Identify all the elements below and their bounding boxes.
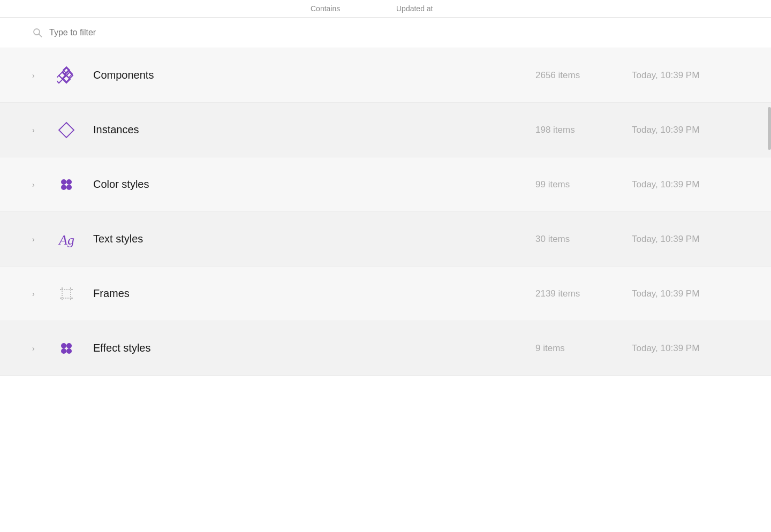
item-name-color-styles: Color styles <box>93 178 535 191</box>
list-item-text-styles[interactable]: › Ag Text styles 30 items Today, 10:39 P… <box>0 212 771 267</box>
search-input[interactable] <box>49 28 263 37</box>
textstyles-icon: Ag <box>55 227 78 251</box>
search-icon <box>32 27 43 38</box>
svg-point-11 <box>61 179 66 185</box>
item-name-components: Components <box>93 69 535 81</box>
svg-point-28 <box>66 348 72 354</box>
item-count-components: 2656 items <box>535 70 621 81</box>
chevron-right-icon: › <box>32 180 40 189</box>
svg-point-13 <box>61 185 66 190</box>
svg-rect-16 <box>62 290 71 298</box>
svg-point-27 <box>61 348 66 354</box>
item-name-instances: Instances <box>93 124 535 136</box>
item-count-color-styles: 99 items <box>535 179 621 190</box>
components-icon <box>55 64 78 87</box>
item-updated-text-styles: Today, 10:39 PM <box>632 234 739 245</box>
chevron-right-icon: › <box>32 290 40 298</box>
item-count-instances: 198 items <box>535 125 621 135</box>
svg-point-25 <box>61 343 66 348</box>
svg-line-1 <box>39 34 42 37</box>
contains-column-header: Contains <box>311 4 396 13</box>
svg-point-12 <box>66 179 72 185</box>
item-count-text-styles: 30 items <box>535 234 621 245</box>
item-name-text-styles: Text styles <box>93 233 535 245</box>
chevron-right-icon: › <box>32 344 40 353</box>
items-list: › Components 2656 items Today, 10:39 PM <box>0 48 771 376</box>
item-name-effect-styles: Effect styles <box>93 342 535 354</box>
frames-icon <box>55 282 78 306</box>
list-item-instances[interactable]: › Instances 198 items Today, 10:39 PM <box>0 103 771 157</box>
effectstyles-icon <box>55 337 78 360</box>
list-item-effect-styles[interactable]: › Effect styles 9 items Today, 10:39 PM <box>0 321 771 376</box>
scrollbar[interactable] <box>768 107 771 150</box>
table-header: Contains Updated at <box>0 0 771 18</box>
svg-point-26 <box>66 343 72 348</box>
svg-point-14 <box>66 185 72 190</box>
svg-marker-10 <box>59 123 74 138</box>
item-updated-components: Today, 10:39 PM <box>632 70 739 81</box>
list-item-components[interactable]: › Components 2656 items Today, 10:39 PM <box>0 48 771 103</box>
list-item-frames[interactable]: › Frames 2139 items Today, 10:39 PM <box>0 267 771 321</box>
item-updated-instances: Today, 10:39 PM <box>632 125 739 135</box>
colorstyles-icon <box>55 173 78 196</box>
item-updated-frames: Today, 10:39 PM <box>632 288 739 299</box>
item-count-frames: 2139 items <box>535 288 621 299</box>
item-updated-effect-styles: Today, 10:39 PM <box>632 343 739 354</box>
list-item-color-styles[interactable]: › Color styles 99 items Today, 10:39 PM <box>0 157 771 212</box>
item-updated-color-styles: Today, 10:39 PM <box>632 179 739 190</box>
svg-text:Ag: Ag <box>58 232 74 248</box>
search-bar <box>0 18 771 48</box>
chevron-right-icon: › <box>32 71 40 80</box>
updated-column-header: Updated at <box>396 4 433 13</box>
item-count-effect-styles: 9 items <box>535 343 621 354</box>
instances-icon <box>55 118 78 142</box>
chevron-right-icon: › <box>32 235 40 244</box>
chevron-right-icon: › <box>32 126 40 134</box>
item-name-frames: Frames <box>93 287 535 300</box>
